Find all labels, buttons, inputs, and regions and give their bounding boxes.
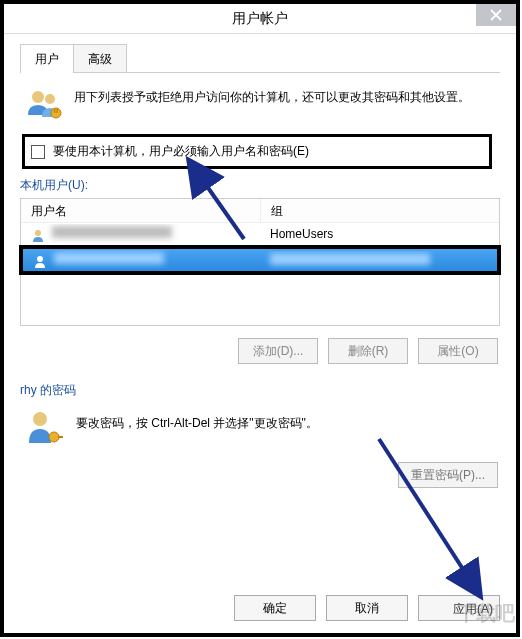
- svg-point-8: [37, 256, 43, 262]
- svg-point-3: [45, 94, 55, 104]
- properties-button[interactable]: 属性(O): [418, 338, 498, 364]
- col-username[interactable]: 用户名: [21, 199, 261, 222]
- require-password-label: 要使用本计算机，用户必须输入用户名和密码(E): [53, 143, 309, 160]
- users-icon: [26, 87, 64, 124]
- list-item[interactable]: HomeUsers: [21, 223, 499, 245]
- tab-advanced[interactable]: 高级: [73, 44, 127, 72]
- svg-point-7: [35, 230, 41, 236]
- password-description: 要改密码，按 Ctrl-Alt-Del 并选择"更改密码"。: [76, 409, 318, 450]
- description-text: 用下列表授予或拒绝用户访问你的计算机，还可以更改其密码和其他设置。: [74, 87, 470, 124]
- svg-rect-5: [54, 109, 55, 113]
- listview-header: 用户名 组: [21, 199, 499, 223]
- remove-button[interactable]: 删除(R): [328, 338, 408, 364]
- user-icon: [33, 254, 47, 268]
- users-listview[interactable]: 用户名 组 HomeUsers: [20, 198, 500, 326]
- cancel-button[interactable]: 取消: [326, 595, 408, 621]
- user-key-icon: [26, 409, 64, 450]
- tab-users[interactable]: 用户: [20, 44, 74, 72]
- cell-group: HomeUsers: [260, 225, 499, 243]
- list-item-selected[interactable]: [23, 249, 497, 271]
- tab-bar: 用户 高级: [20, 44, 500, 73]
- users-list-label: 本机用户(U):: [20, 177, 500, 194]
- titlebar: 用户帐户: [4, 4, 516, 34]
- svg-point-2: [32, 91, 44, 103]
- window-title: 用户帐户: [232, 10, 288, 28]
- ok-button[interactable]: 确定: [234, 595, 316, 621]
- svg-rect-11: [58, 436, 63, 438]
- svg-point-4: [51, 108, 61, 118]
- svg-rect-6: [57, 109, 58, 113]
- require-password-row[interactable]: 要使用本计算机，用户必须输入用户名和密码(E): [22, 134, 492, 169]
- col-group[interactable]: 组: [261, 199, 500, 222]
- add-button[interactable]: 添加(D)...: [238, 338, 318, 364]
- svg-point-9: [33, 412, 47, 426]
- close-button[interactable]: [476, 4, 516, 26]
- require-password-checkbox[interactable]: [31, 145, 45, 159]
- password-heading: rhy 的密码: [20, 382, 500, 399]
- svg-point-10: [49, 432, 59, 442]
- user-icon: [31, 228, 45, 242]
- apply-button[interactable]: 应用(A): [418, 595, 500, 621]
- reset-password-button[interactable]: 重置密码(P)...: [398, 462, 498, 488]
